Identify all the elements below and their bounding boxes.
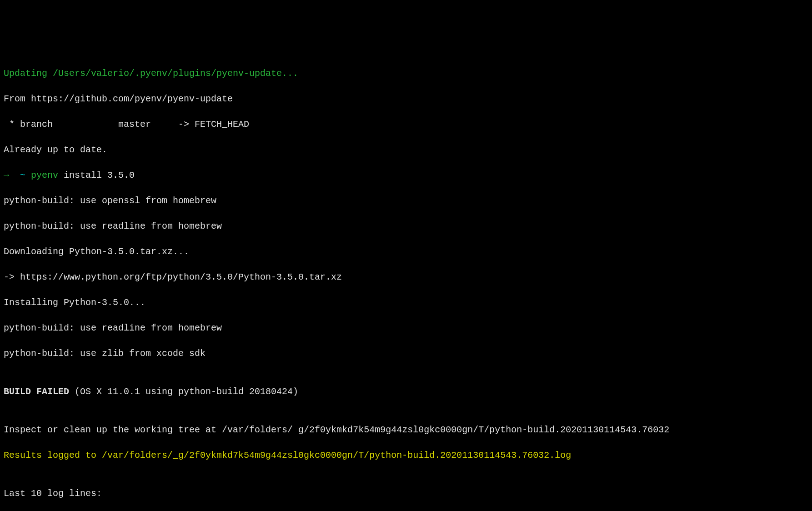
output-line: python-build: use readline from homebrew (4, 322, 808, 335)
output-line: Already up to date. (4, 144, 808, 156)
output-line: * branch master -> FETCH_HEAD (4, 118, 808, 131)
output-line: Last 10 log lines: (4, 487, 808, 500)
output-line: Downloading Python-3.5.0.tar.xz... (4, 245, 808, 258)
output-line: From https://github.com/pyenv/pyenv-upda… (4, 93, 808, 105)
output-line-warning: Results logged to /var/folders/_g/2f0ykm… (4, 449, 808, 462)
prompt-args: install 3.5.0 (64, 170, 135, 180)
prompt-command: pyenv (31, 170, 58, 180)
prompt-arrow-icon: → (4, 170, 9, 180)
output-line: python-build: use readline from homebrew (4, 220, 808, 233)
build-failed-line: BUILD FAILED (OS X 11.0.1 using python-b… (4, 386, 808, 398)
build-failed-details: (OS X 11.0.1 using python-build 20180424… (69, 386, 298, 397)
output-line: Updating /Users/valerio/.pyenv/plugins/p… (4, 67, 808, 80)
output-line: python-build: use openssl from homebrew (4, 195, 808, 207)
prompt-line: → ~ pyenv install 3.5.0 (4, 169, 808, 182)
output-line: python-build: use zlib from xcode sdk (4, 347, 808, 360)
output-line: Installing Python-3.5.0... (4, 296, 808, 309)
prompt-path: ~ (20, 170, 25, 180)
output-line: -> https://www.python.org/ftp/python/3.5… (4, 271, 808, 284)
terminal-output[interactable]: Updating /Users/valerio/.pyenv/plugins/p… (4, 55, 808, 511)
build-failed-label: BUILD FAILED (4, 386, 69, 397)
output-line: Inspect or clean up the working tree at … (4, 424, 808, 436)
